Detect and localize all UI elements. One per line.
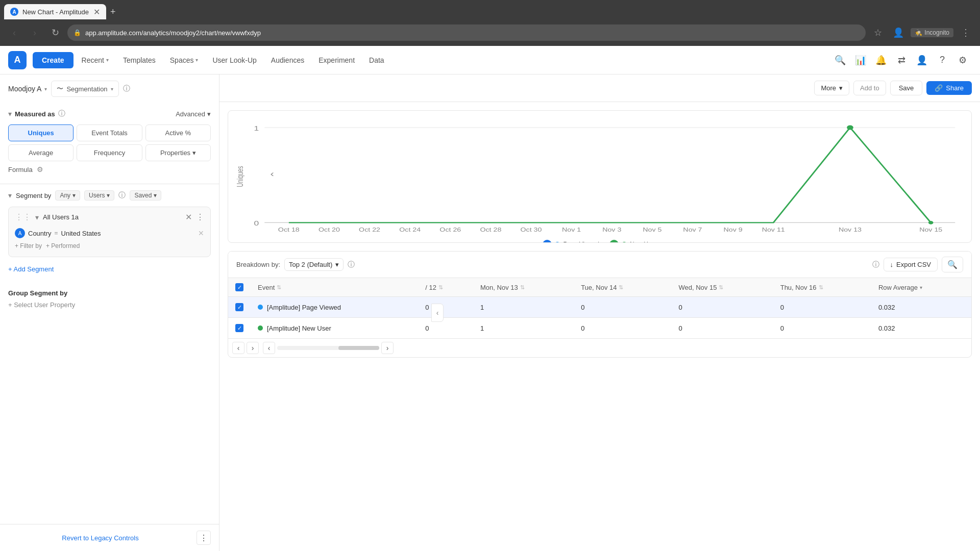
country-filter-name[interactable]: Country <box>28 230 52 237</box>
revert-to-legacy-button[interactable]: Revert to Legacy Controls <box>8 534 192 542</box>
performed-button[interactable]: + Performed <box>46 242 80 249</box>
formula-icon[interactable]: ⚙ <box>37 165 43 173</box>
nov13-header[interactable]: Mon, Nov 13 ⇅ <box>473 278 574 297</box>
users-badge[interactable]: Users ▾ <box>84 190 114 201</box>
measured-as-toggle[interactable]: ▾ <box>8 110 12 118</box>
nov16-header[interactable]: Thu, Nov 16 ⇅ <box>773 278 871 297</box>
nav-item-user-lookup[interactable]: User Look-Up <box>206 52 262 68</box>
more-dropdown-button[interactable]: More ▾ <box>814 81 849 95</box>
nov16-sort-icon[interactable]: ⇅ <box>819 284 823 291</box>
nov15-header[interactable]: Wed, Nov 15 ⇅ <box>671 278 773 297</box>
table-search-icon[interactable]: 🔍 <box>942 257 963 272</box>
country-filter-remove[interactable]: ✕ <box>198 229 204 237</box>
advanced-button[interactable]: Advanced ▾ <box>176 110 211 118</box>
profile-button[interactable]: 👤 <box>890 24 906 41</box>
nov13-sort-icon[interactable]: ⇅ <box>520 284 525 291</box>
country-filter-value[interactable]: United States <box>61 230 101 237</box>
measure-frequency-btn[interactable]: Frequency <box>77 144 142 161</box>
scroll-right-small-button[interactable]: › <box>247 342 259 354</box>
measured-as-info-icon[interactable]: ⓘ <box>58 109 65 118</box>
measure-event-totals-btn[interactable]: Event Totals <box>77 124 142 141</box>
analytics-icon-btn[interactable]: 📊 <box>851 51 870 69</box>
breakdown-select[interactable]: Top 2 (Default) ▾ <box>284 258 344 271</box>
nav-item-spaces[interactable]: Spaces ▾ <box>164 52 205 68</box>
nav-item-audiences[interactable]: Audiences <box>265 52 310 68</box>
settings-icon-btn[interactable]: ⚙ <box>953 51 972 69</box>
search-icon-btn[interactable]: 🔍 <box>831 51 849 69</box>
nav-item-templates[interactable]: Templates <box>117 52 162 68</box>
segment-toggle[interactable]: ▾ <box>8 191 12 199</box>
chart-info-icon[interactable]: ⓘ <box>123 84 130 93</box>
scroll-far-right-button[interactable]: › <box>381 342 394 354</box>
table-scroll-area[interactable]: ✓ Event ⇅ <box>228 278 971 338</box>
scroll-left-button[interactable]: ‹ <box>232 342 244 354</box>
table-info-icon[interactable]: ⓘ <box>872 260 879 269</box>
breakdown-info-icon[interactable]: ⓘ <box>348 260 355 269</box>
sync-icon-btn[interactable]: ⇄ <box>892 51 911 69</box>
row2-checkbox[interactable]: ✓ <box>235 324 243 332</box>
event-column-header[interactable]: Event ⇅ <box>251 278 418 297</box>
tab-close-button[interactable]: ✕ <box>93 7 100 17</box>
advanced-chevron: ▾ <box>207 110 211 118</box>
new-tab-button[interactable]: + <box>106 5 120 19</box>
add-segment-button[interactable]: + Add Segment <box>8 261 211 277</box>
horizontal-scrollbar[interactable] <box>277 346 379 350</box>
add-to-button[interactable]: Add to <box>853 81 886 95</box>
row1-checkbox-cell[interactable]: ✓ <box>228 297 251 318</box>
bookmark-button[interactable]: ☆ <box>870 24 886 41</box>
filter-by-button[interactable]: + Filter by <box>15 242 42 249</box>
help-icon-btn[interactable]: ? <box>933 51 951 69</box>
row-avg-header[interactable]: Row Average ▾ <box>871 278 971 297</box>
row2-checkbox-cell[interactable]: ✓ <box>228 318 251 339</box>
nov15-sort-icon[interactable]: ⇅ <box>719 284 723 291</box>
nav-recent-label: Recent <box>82 56 104 64</box>
saved-badge[interactable]: Saved ▾ <box>130 190 161 201</box>
any-badge[interactable]: Any ▾ <box>55 190 80 201</box>
segment-menu-button[interactable]: ⋮ <box>196 212 204 222</box>
user-icon-btn[interactable]: 👤 <box>913 51 931 69</box>
back-button[interactable]: ‹ <box>6 24 22 41</box>
nav-item-recent[interactable]: Recent ▾ <box>76 52 115 68</box>
segment-collapse-icon[interactable]: ▾ <box>35 213 39 221</box>
amplitude-logo[interactable]: A <box>8 51 27 69</box>
forward-button[interactable]: › <box>27 24 43 41</box>
scroll-right-button[interactable]: ‹ <box>263 342 275 354</box>
panel-more-menu-button[interactable]: ⋮ <box>197 531 211 545</box>
row1-checkbox[interactable]: ✓ <box>235 303 243 311</box>
save-button[interactable]: Save <box>890 81 923 95</box>
select-all-checkbox[interactable]: ✓ <box>235 283 243 291</box>
measure-average-btn[interactable]: Average <box>8 144 74 161</box>
col12-header[interactable]: / 12 ⇅ <box>418 278 473 297</box>
segment-info-icon[interactable]: ⓘ <box>118 191 126 200</box>
active-tab[interactable]: A New Chart - Amplitude ✕ <box>4 4 106 19</box>
scrollbar-thumb[interactable] <box>338 346 379 350</box>
chart-svg: 1 0 Uniques Oct 18 Oct 20 Oct 22 <box>236 119 963 234</box>
nav-item-data[interactable]: Data <box>363 52 390 68</box>
collapse-panel-button[interactable]: ‹ <box>431 304 444 322</box>
table-row[interactable]: ✓ [Amplitude] New User <box>228 318 971 339</box>
select-user-property-button[interactable]: + Select User Property <box>8 301 211 309</box>
checkbox-header: ✓ <box>228 278 251 297</box>
address-bar[interactable]: 🔒 app.amplitude.com/analytics/moodjoy2/c… <box>67 24 866 41</box>
nov14-header[interactable]: Tue, Nov 14 ⇅ <box>574 278 671 297</box>
reload-button[interactable]: ↻ <box>47 24 63 41</box>
chart-type-selector[interactable]: 〜 Segmentation ▾ <box>51 81 118 97</box>
workspace-selector[interactable]: Moodjoy A ▾ <box>8 85 47 93</box>
nov14-sort-icon[interactable]: ⇅ <box>619 284 623 291</box>
event-sort-icon[interactable]: ⇅ <box>277 284 281 291</box>
create-button[interactable]: Create <box>33 52 74 68</box>
extensions-button[interactable]: ⋮ <box>958 24 974 41</box>
measure-active-pct-btn[interactable]: Active % <box>145 124 211 141</box>
nav-item-experiment[interactable]: Experiment <box>312 52 361 68</box>
measure-properties-btn[interactable]: Properties ▾ <box>145 144 211 161</box>
table-body: ✓ [Amplitude] Page Viewed <box>228 297 971 339</box>
col12-sort-icon[interactable]: ⇅ <box>438 284 443 291</box>
segment-remove-button[interactable]: ✕ <box>185 212 192 222</box>
drag-handle[interactable]: ⋮⋮ <box>15 212 31 222</box>
notifications-icon-btn[interactable]: 🔔 <box>872 51 890 69</box>
table-row[interactable]: ✓ [Amplitude] Page Viewed <box>228 297 971 318</box>
export-csv-button[interactable]: ↓ Export CSV <box>884 258 938 271</box>
share-button[interactable]: 🔗 Share <box>926 81 972 95</box>
row-avg-chevron[interactable]: ▾ <box>920 285 922 290</box>
measure-uniques-btn[interactable]: Uniques <box>8 124 74 141</box>
